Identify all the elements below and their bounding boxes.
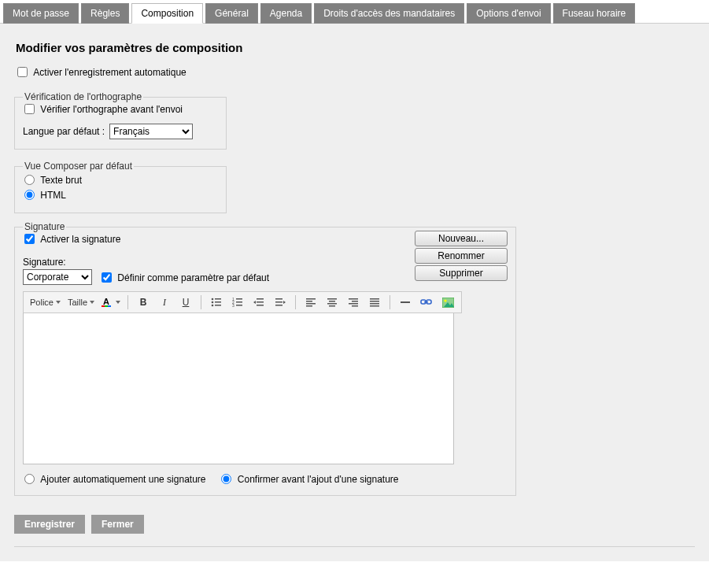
svg-rect-31 bbox=[329, 305, 335, 307]
svg-point-8 bbox=[212, 305, 214, 307]
align-center-icon[interactable] bbox=[322, 294, 342, 311]
signature-confirm-add-label: Confirmer avant l'ajout d'une signature bbox=[238, 474, 399, 485]
compose-view-html-radio[interactable] bbox=[24, 190, 35, 200]
svg-rect-3 bbox=[108, 305, 111, 307]
svg-rect-28 bbox=[327, 298, 337, 300]
numbered-list-icon[interactable]: 123 bbox=[227, 294, 248, 311]
signature-select[interactable]: Corporate bbox=[23, 269, 92, 285]
bullet-list-icon[interactable] bbox=[206, 294, 227, 311]
svg-rect-27 bbox=[306, 305, 312, 307]
autosave-checkbox[interactable] bbox=[17, 67, 28, 77]
spell-before-send-label: Vérifier l'orthographe avant l'envoi bbox=[40, 104, 183, 115]
signature-auto-add-radio[interactable] bbox=[24, 474, 35, 484]
align-left-icon[interactable] bbox=[301, 294, 321, 311]
save-button[interactable]: Enregistrer bbox=[14, 515, 85, 534]
svg-point-4 bbox=[212, 298, 214, 301]
compose-view-html-label: HTML bbox=[40, 190, 66, 201]
svg-rect-38 bbox=[370, 303, 379, 305]
svg-point-45 bbox=[444, 299, 446, 301]
signature-rename-button[interactable]: Renommer bbox=[415, 248, 508, 264]
spellcheck-group: Vérification de l'orthographe Vérifier l… bbox=[14, 91, 227, 150]
svg-rect-24 bbox=[306, 298, 316, 300]
signature-auto-add-label: Ajouter automatiquement une signature bbox=[40, 474, 205, 485]
align-justify-icon[interactable] bbox=[364, 294, 385, 311]
signature-editor[interactable] bbox=[23, 313, 454, 464]
svg-rect-17 bbox=[257, 301, 264, 303]
spellcheck-legend: Vérification de l'orthographe bbox=[23, 91, 143, 102]
tab-send-options[interactable]: Options d'envoi bbox=[467, 3, 550, 24]
svg-rect-40 bbox=[401, 301, 410, 303]
tab-agenda[interactable]: Agenda bbox=[260, 3, 312, 24]
svg-rect-25 bbox=[306, 301, 312, 302]
svg-rect-13 bbox=[236, 301, 242, 303]
signature-delete-button[interactable]: Supprimer bbox=[415, 265, 508, 281]
svg-rect-30 bbox=[327, 303, 337, 305]
compose-view-plain-label: Texte brut bbox=[40, 175, 82, 186]
bold-icon[interactable]: B bbox=[133, 294, 153, 311]
image-icon[interactable] bbox=[438, 294, 458, 311]
svg-rect-32 bbox=[349, 298, 358, 300]
indent-icon[interactable] bbox=[270, 294, 290, 311]
tab-rules[interactable]: Règles bbox=[81, 3, 129, 24]
svg-rect-35 bbox=[352, 305, 358, 307]
tab-timezone[interactable]: Fuseau horaire bbox=[553, 3, 636, 24]
signature-default-label: Définir comme paramètre par défaut bbox=[117, 272, 269, 283]
signature-new-button[interactable]: Nouveau... bbox=[415, 231, 508, 246]
svg-rect-43 bbox=[424, 301, 428, 302]
svg-rect-11 bbox=[236, 298, 242, 300]
svg-rect-29 bbox=[329, 301, 335, 302]
autosave-label: Activer l'enregistrement automatique bbox=[33, 67, 186, 78]
svg-rect-5 bbox=[215, 298, 221, 300]
tab-bar: Mot de passe Règles Composition Général … bbox=[0, 0, 709, 24]
font-color-icon[interactable]: A bbox=[98, 294, 123, 311]
tab-general[interactable]: Général bbox=[205, 3, 258, 24]
svg-marker-23 bbox=[283, 301, 286, 304]
close-button[interactable]: Fermer bbox=[91, 515, 144, 534]
compose-settings-panel: Modifier vos paramètres de composition A… bbox=[0, 23, 709, 561]
svg-rect-18 bbox=[257, 305, 264, 306]
svg-rect-33 bbox=[352, 301, 358, 302]
italic-icon[interactable]: I bbox=[154, 294, 175, 311]
svg-rect-2 bbox=[105, 305, 108, 307]
svg-rect-1 bbox=[102, 305, 105, 307]
signature-legend: Signature bbox=[23, 221, 66, 232]
compose-view-plain-radio[interactable] bbox=[24, 175, 35, 185]
compose-view-legend: Vue Composer par défaut bbox=[23, 161, 134, 172]
svg-rect-39 bbox=[370, 305, 379, 307]
default-language-select[interactable]: Français bbox=[109, 124, 193, 139]
tab-password[interactable]: Mot de passe bbox=[3, 3, 79, 24]
svg-rect-20 bbox=[275, 298, 282, 300]
tab-delegates[interactable]: Droits d'accès des mandataires bbox=[314, 3, 464, 24]
tab-compose[interactable]: Composition bbox=[131, 3, 203, 24]
svg-rect-15 bbox=[236, 305, 242, 306]
svg-rect-26 bbox=[306, 303, 316, 305]
svg-text:3: 3 bbox=[232, 303, 234, 308]
svg-rect-36 bbox=[370, 298, 379, 300]
outdent-icon[interactable] bbox=[249, 294, 269, 311]
editor-toolbar: Police Taille A B I U 123 bbox=[23, 291, 462, 313]
page-title: Modifier vos paramètres de composition bbox=[11, 24, 698, 64]
svg-marker-19 bbox=[253, 301, 256, 304]
footer-divider bbox=[14, 546, 695, 547]
size-dropdown[interactable]: Taille bbox=[65, 294, 98, 311]
spell-before-send-checkbox[interactable] bbox=[24, 104, 35, 114]
svg-text:A: A bbox=[103, 297, 109, 306]
default-language-label: Langue par défaut : bbox=[23, 126, 105, 137]
align-right-icon[interactable] bbox=[343, 294, 364, 311]
signature-name-label: Signature: bbox=[23, 257, 415, 268]
compose-view-group: Vue Composer par défaut Texte brut HTML bbox=[14, 161, 227, 213]
svg-rect-9 bbox=[215, 305, 221, 306]
svg-rect-34 bbox=[349, 303, 358, 305]
svg-rect-7 bbox=[215, 301, 221, 303]
font-dropdown[interactable]: Police bbox=[27, 294, 64, 311]
enable-signature-checkbox[interactable] bbox=[24, 234, 35, 244]
signature-group: Signature Activer la signature Signature… bbox=[14, 221, 516, 496]
horizontal-rule-icon[interactable] bbox=[395, 294, 415, 311]
svg-rect-37 bbox=[370, 301, 379, 302]
signature-confirm-add-radio[interactable] bbox=[221, 474, 231, 484]
signature-default-checkbox[interactable] bbox=[102, 272, 112, 283]
link-icon[interactable] bbox=[416, 294, 437, 311]
svg-point-6 bbox=[212, 301, 214, 304]
svg-rect-16 bbox=[257, 298, 264, 300]
underline-icon[interactable]: U bbox=[175, 294, 196, 311]
